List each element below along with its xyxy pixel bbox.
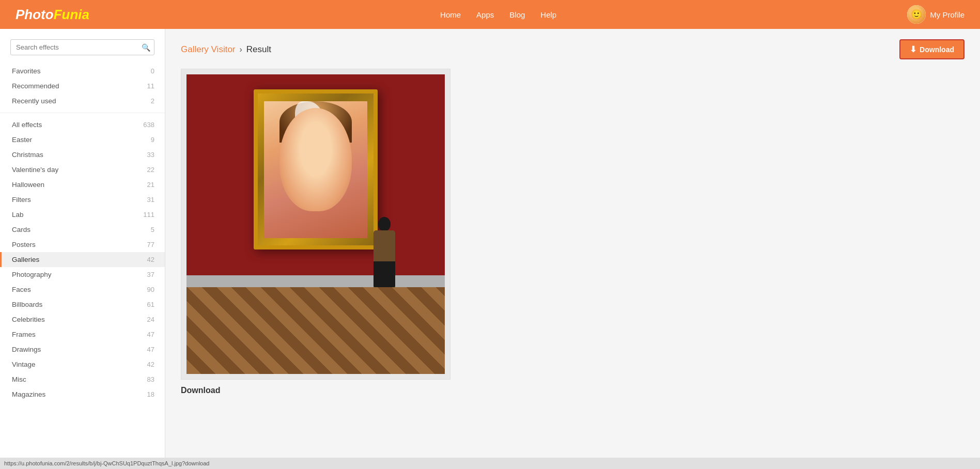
- main-nav: Home Apps Blog Help: [440, 10, 556, 19]
- logo-funia: Funia: [54, 7, 89, 23]
- download-button-top[interactable]: ⬇ Download: [899, 39, 965, 59]
- nav-home[interactable]: Home: [440, 10, 461, 19]
- sidebar-item-all-effects[interactable]: All effects 638: [0, 117, 165, 132]
- gallery-scene: [186, 74, 445, 374]
- sidebar-categories: All effects 638 Easter 9 Christmas 33 Va…: [0, 117, 165, 402]
- sidebar-item-faces[interactable]: Faces 90: [0, 282, 165, 297]
- sidebar-item-valentines-day[interactable]: Valentine's day 22: [0, 162, 165, 177]
- top-row: Gallery Visitor › Result ⬇ Download: [181, 39, 965, 59]
- breadcrumb: Gallery Visitor › Result: [181, 44, 271, 55]
- nav-apps[interactable]: Apps: [476, 10, 494, 19]
- avatar-image: 🙂: [907, 5, 926, 24]
- download-section: Download: [181, 386, 965, 395]
- sidebar-item-magazines[interactable]: Magazines 18: [0, 387, 165, 402]
- search-container: 🔍: [10, 39, 154, 55]
- sidebar-item-recently-used[interactable]: Recently used 2: [0, 93, 165, 108]
- sidebar-item-cards[interactable]: Cards 5: [0, 222, 165, 237]
- download-button-label: Download: [920, 45, 954, 54]
- sidebar-divider: [0, 113, 165, 113]
- floor: [186, 287, 445, 374]
- portrait: [264, 101, 367, 238]
- sidebar-item-posters[interactable]: Posters 77: [0, 237, 165, 252]
- picture-frame: [254, 89, 378, 249]
- image-container: [181, 69, 450, 380]
- sidebar-item-lab[interactable]: Lab 111: [0, 207, 165, 222]
- download-section-label: Download: [181, 386, 220, 395]
- person-silhouette: [370, 205, 398, 287]
- sidebar-item-easter[interactable]: Easter 9: [0, 132, 165, 147]
- sidebar-item-halloween[interactable]: Halloween 21: [0, 177, 165, 192]
- sidebar-item-vintage[interactable]: Vintage 42: [0, 357, 165, 372]
- sidebar-item-drawings[interactable]: Drawings 47: [0, 342, 165, 357]
- breadcrumb-current: Result: [246, 44, 271, 55]
- sidebar-item-celebrities[interactable]: Celebrities 24: [0, 312, 165, 327]
- person-legs: [374, 261, 395, 287]
- sidebar-item-recommended[interactable]: Recommended 11: [0, 79, 165, 93]
- header: PhotoFunia Home Apps Blog Help 🙂 My Prof…: [0, 0, 980, 29]
- nav-blog[interactable]: Blog: [509, 10, 525, 19]
- breadcrumb-link[interactable]: Gallery Visitor: [181, 44, 236, 55]
- baseboard: [186, 275, 445, 287]
- statusbar-url: https://u.photofunia.com/2/results/b/j/b…: [4, 460, 209, 466]
- avatar: 🙂: [907, 5, 926, 24]
- main-layout: 🔍 Favorites 0 Recommended 11 Recently us…: [0, 29, 980, 469]
- sidebar-item-billboards[interactable]: Billboards 61: [0, 297, 165, 312]
- sidebar-specials: Favorites 0 Recommended 11 Recently used…: [0, 64, 165, 108]
- portrait-face: [279, 108, 352, 211]
- profile-area[interactable]: 🙂 My Profile: [907, 5, 965, 24]
- nav-help[interactable]: Help: [540, 10, 556, 19]
- search-button[interactable]: 🔍: [142, 43, 150, 52]
- breadcrumb-separator: ›: [240, 45, 242, 54]
- statusbar: https://u.photofunia.com/2/results/b/j/b…: [0, 458, 980, 469]
- person-head: [378, 217, 391, 231]
- main-content: Gallery Visitor › Result ⬇ Download: [165, 29, 980, 469]
- sidebar-item-filters[interactable]: Filters 31: [0, 192, 165, 207]
- sidebar-item-galleries[interactable]: Galleries 42: [0, 252, 165, 267]
- sidebar-item-favorites[interactable]: Favorites 0: [0, 64, 165, 79]
- logo[interactable]: PhotoFunia: [15, 7, 89, 23]
- sidebar-item-frames[interactable]: Frames 47: [0, 327, 165, 342]
- sidebar-item-misc[interactable]: Misc 83: [0, 372, 165, 387]
- sidebar-item-photography[interactable]: Photography 37: [0, 267, 165, 282]
- search-input[interactable]: [10, 39, 154, 55]
- sidebar: 🔍 Favorites 0 Recommended 11 Recently us…: [0, 29, 165, 469]
- download-icon: ⬇: [910, 44, 916, 54]
- logo-photo: Photo: [15, 7, 54, 23]
- sidebar-item-christmas[interactable]: Christmas 33: [0, 147, 165, 162]
- profile-name: My Profile: [930, 10, 965, 19]
